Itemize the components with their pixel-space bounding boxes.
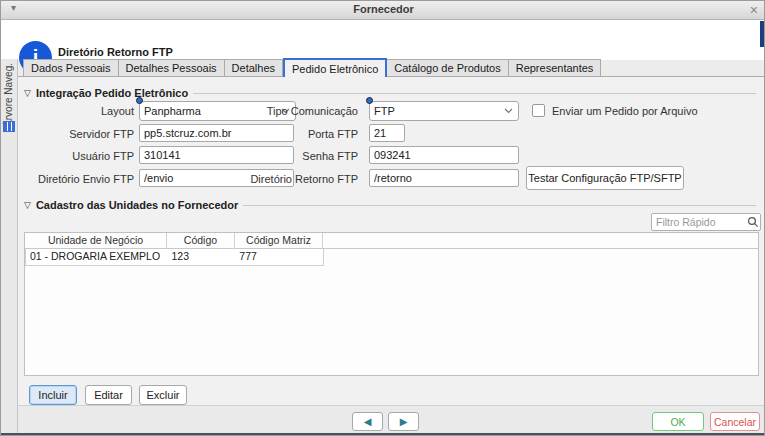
tab-detalhes[interactable]: Detalhes [225, 59, 283, 77]
diretorio-envio-ftp-label: Diretório Envio FTP [21, 173, 134, 185]
tab-catalogo-de-produtos[interactable]: Catálogo de Produtos [387, 59, 508, 77]
chevron-down-icon [504, 108, 513, 114]
sidebar: Árvore Naveg. [1, 59, 18, 433]
testar-configuracao-button[interactable]: Testar Configuração FTP/SFTP [526, 166, 684, 190]
cancelar-button[interactable]: Cancelar [710, 412, 760, 431]
porta-ftp-input[interactable] [369, 124, 405, 142]
servidor-ftp-input[interactable] [139, 124, 294, 142]
enviar-pedido-checkbox[interactable] [532, 104, 545, 117]
senha-ftp-input[interactable] [369, 146, 519, 164]
section-divider [243, 205, 756, 206]
cell-codigo: 123 [168, 249, 236, 265]
usuario-ftp-input[interactable] [139, 146, 294, 164]
tipo-comunicacao-select-value: FTP [374, 105, 395, 117]
tab-dados-pessoais[interactable]: Dados Pessoais [23, 59, 119, 77]
section-unidades-header: ▽ Cadastro das Unidades no Fornecedor [24, 199, 756, 211]
enviar-pedido-checkbox-label: Enviar um Pedido por Arquivo [552, 105, 698, 117]
filtro-rapido-input[interactable] [651, 213, 761, 231]
editar-button[interactable]: Editar [85, 385, 132, 405]
close-icon[interactable]: × [750, 1, 758, 19]
prev-record-button[interactable]: ◀ [352, 412, 383, 431]
next-record-button[interactable]: ▶ [388, 412, 419, 431]
collapse-triangle-icon[interactable]: ▽ [24, 88, 31, 98]
excluir-button[interactable]: Excluir [139, 385, 187, 405]
header-title: Diretório Retorno FTP [58, 46, 173, 58]
diretorio-retorno-ftp-input[interactable] [369, 169, 519, 187]
collapse-triangle-icon[interactable]: ▽ [24, 200, 31, 210]
tab-pedido-eletronico[interactable]: Pedido Eletrônico [283, 58, 387, 77]
table-row[interactable]: 01 - DROGARIA EXEMPLO 123 777 [25, 249, 324, 266]
tab-bar: Dados Pessoais Detalhes Pessoais Detalhe… [23, 59, 601, 77]
section-integracao-header: ▽ Integração Pedido Eletrônico [24, 87, 756, 99]
section-divider [193, 93, 756, 94]
servidor-ftp-label: Servidor FTP [31, 128, 134, 140]
tab-detalhes-pessoais[interactable]: Detalhes Pessoais [119, 59, 225, 77]
tipo-comunicacao-select[interactable]: FTP [369, 101, 519, 121]
tab-representantes[interactable]: Representantes [509, 59, 602, 77]
unidades-table: Unidade de Negócio Código Código Matriz … [24, 232, 759, 376]
search-icon [747, 216, 759, 228]
arrow-right-icon: ▶ [400, 416, 408, 427]
tree-nav-icon[interactable] [3, 121, 15, 132]
scrollbar-thumb[interactable] [760, 21, 765, 47]
column-header-unidade[interactable]: Unidade de Negócio [25, 233, 167, 248]
column-header-codigo[interactable]: Código [167, 233, 235, 248]
arrow-left-icon: ◀ [364, 416, 372, 427]
sidebar-tab-arvore-naveg[interactable]: Árvore Naveg. [3, 63, 14, 127]
tipo-comunicacao-label: Tipo Comunicação [251, 105, 358, 117]
cell-codigo-matriz: 777 [235, 249, 323, 265]
title-bar: ▾ Fornecedor × [1, 1, 765, 20]
porta-ftp-label: Porta FTP [281, 128, 358, 140]
senha-ftp-label: Senha FTP [281, 150, 358, 162]
fornecedor-window: ▾ Fornecedor × i Diretório Retorno FTP D… [0, 0, 765, 436]
window-title: Fornecedor [1, 3, 765, 15]
field-marker-icon [366, 97, 373, 104]
diretorio-retorno-ftp-label: Diretório Retorno FTP [231, 173, 358, 185]
usuario-ftp-label: Usuário FTP [31, 150, 134, 162]
field-marker-icon [136, 97, 143, 104]
ok-button[interactable]: OK [652, 412, 704, 431]
table-header-row: Unidade de Negócio Código Código Matriz [25, 233, 758, 249]
layout-select-value: Panpharma [144, 105, 201, 117]
layout-label: Layout [31, 105, 134, 117]
column-header-codigo-matriz[interactable]: Código Matriz [235, 233, 323, 248]
cell-unidade: 01 - DROGARIA EXEMPLO [26, 249, 168, 265]
header-band: i Diretório Retorno FTP Diretório do arq… [1, 20, 765, 60]
section-integracao-title: Integração Pedido Eletrônico [36, 87, 188, 99]
incluir-button[interactable]: Incluir [29, 385, 77, 405]
section-unidades-title: Cadastro das Unidades no Fornecedor [36, 199, 238, 211]
